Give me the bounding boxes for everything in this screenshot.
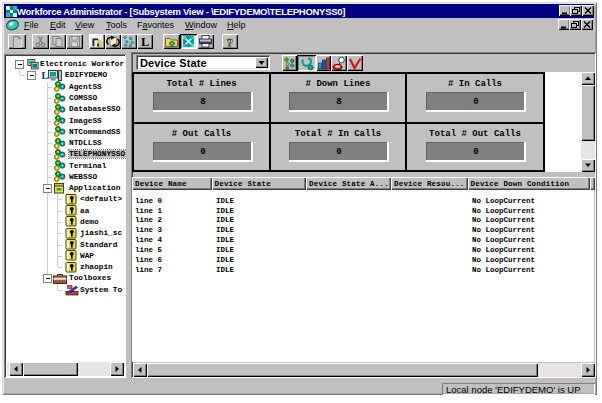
svg-text:?: ? xyxy=(227,35,234,50)
svg-text:L: L xyxy=(141,35,149,49)
